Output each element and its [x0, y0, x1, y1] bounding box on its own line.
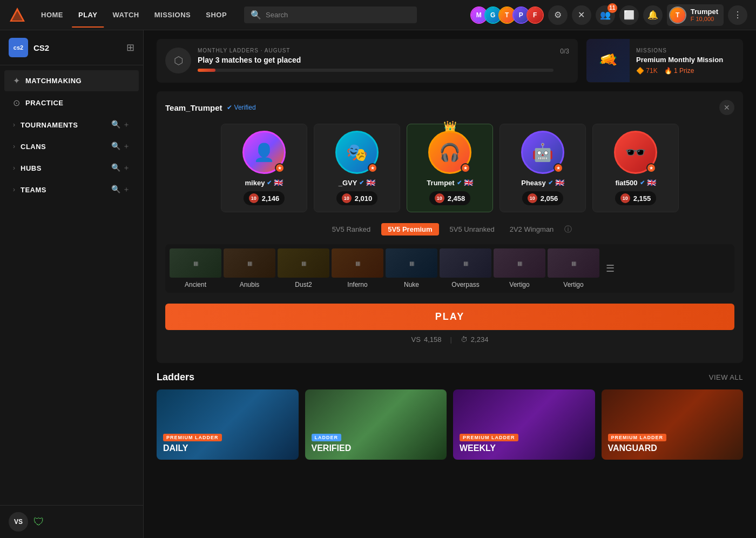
practice-icon: ⊙ — [13, 98, 20, 108]
map-dust2[interactable]: ▦ Dust2 — [278, 248, 329, 288]
mission-title: Premium Monthly Mission — [636, 56, 723, 64]
member-avatar-gvy: 🎭 ★ — [335, 131, 379, 174]
rank-badge-fiat: 10 — [620, 193, 630, 203]
nav-shop[interactable]: SHOP — [199, 8, 233, 22]
play-button[interactable]: PLAY — [165, 304, 734, 330]
map-inferno[interactable]: ▦ Inferno — [332, 248, 383, 288]
logo[interactable] — [9, 6, 26, 24]
nav-home[interactable]: HOME — [35, 8, 70, 22]
mode-5v5-unranked[interactable]: 5V5 Unranked — [446, 223, 499, 236]
main-content: ⬡ MONTHLY LADDERS · AUGUST Play 3 matche… — [144, 30, 756, 538]
clans-add-icon[interactable]: ＋ — [123, 142, 130, 151]
monthly-ladder-card[interactable]: ⬡ MONTHLY LADDERS · AUGUST Play 3 matche… — [157, 39, 578, 83]
nav-play[interactable]: PLAY — [72, 8, 104, 22]
clans-search-icon[interactable]: 🔍 — [111, 142, 120, 151]
teams-chevron: › — [13, 186, 15, 193]
member-card-mikey[interactable]: 👤 ★ mikey ✔ 🇬🇧 10 2,146 — [221, 124, 307, 212]
party-close-button[interactable]: ✕ — [719, 100, 734, 115]
vs-badge[interactable]: VS — [9, 512, 28, 532]
mission-card[interactable]: 🔫 MISSIONS Premium Monthly Mission 🔶 71K… — [586, 39, 743, 83]
member-rank-fiat: 10 2,155 — [615, 191, 657, 205]
close-button[interactable]: ✕ — [572, 5, 591, 25]
rank-points-trumpet: 2,458 — [448, 194, 465, 203]
players-count: ⏱ 2,234 — [461, 335, 489, 344]
banner-row: ⬡ MONTHLY LADDERS · AUGUST Play 3 matche… — [157, 39, 743, 83]
game-selector[interactable]: cs2 CS2 ⊞ — [0, 30, 143, 65]
friends-count: 11 — [608, 3, 617, 13]
member-verified-icon-gvy: ✔ — [359, 179, 364, 186]
verified-title: VERIFIED — [312, 443, 352, 453]
map-list-icon[interactable]: ☰ — [604, 260, 617, 277]
rank-badge-pheasy: 10 — [528, 193, 537, 203]
sidebar-item-clans[interactable]: › CLANS 🔍 ＋ — [4, 136, 139, 157]
mode-5v5-premium[interactable]: 5V5 Premium — [381, 223, 438, 236]
map-thumb-nuke: ▦ — [386, 248, 437, 278]
mode-2v2-wingman[interactable]: 2V2 Wingman — [505, 223, 558, 236]
search-box[interactable]: 🔍 — [244, 6, 417, 23]
ladder-card-daily-content: PREMIUM LADDER DAILY — [157, 425, 228, 460]
ladder-card-weekly-content: PREMIUM LADDER WEEKLY — [453, 425, 525, 460]
party-card: Team_Trumpet ✔ Verified ✕ 👤 ★ — [157, 91, 743, 363]
mode-info-icon[interactable]: ⓘ — [564, 225, 572, 234]
map-thumb-vertigo-1: ▦ — [494, 248, 545, 278]
nav-missions[interactable]: MISSIONS — [148, 8, 198, 22]
sidebar-item-tournaments[interactable]: › TOURNAMENTS 🔍 ＋ — [4, 115, 139, 135]
sidebar-item-hubs[interactable]: › HUBS 🔍 ＋ — [4, 158, 139, 178]
search-input[interactable] — [266, 11, 410, 19]
party-avatar-5: F — [526, 6, 544, 24]
ladder-count: 0/3 — [560, 48, 569, 55]
stream-button[interactable]: ⬜ — [619, 5, 639, 25]
ladder-card-vanguard-content: PREMIUM LADDER VANGUARD — [602, 425, 673, 460]
verified-badge: ✔ Verified — [227, 104, 256, 111]
ladder-card-verified[interactable]: LADDER VERIFIED — [305, 389, 447, 460]
member-card-trumpet[interactable]: 👑 🎧 ★ Trumpet ✔ 🇬🇧 10 2,458 — [407, 124, 493, 212]
member-card-pheasy[interactable]: 🤖 ★ Pheasy ✔ 🇬🇧 10 2,056 — [500, 124, 586, 212]
member-name-fiat: fiat500 ✔ 🇬🇧 — [615, 178, 656, 187]
nav-watch[interactable]: WATCH — [106, 8, 145, 22]
map-label-vertigo-2: Vertigo — [563, 281, 583, 288]
sidebar-item-matchmaking[interactable]: ✦ MATCHMAKING — [4, 70, 139, 91]
hubs-search-icon[interactable]: 🔍 — [111, 163, 120, 173]
map-vertigo-2[interactable]: ▦ Vertigo — [548, 248, 599, 288]
tournaments-add-icon[interactable]: ＋ — [123, 120, 130, 130]
more-menu-button[interactable]: ⋮ — [728, 5, 747, 25]
member-verified-icon-mikey: ✔ — [267, 179, 272, 186]
ladder-progress-fill — [198, 69, 215, 72]
sidebar-bottom: VS 🛡 — [0, 505, 143, 538]
ladders-section-header: Ladders VIEW ALL — [157, 372, 743, 383]
map-label-inferno: Inferno — [347, 281, 367, 288]
map-overpass[interactable]: ▦ Overpass — [440, 248, 491, 288]
teams-search-icon[interactable]: 🔍 — [111, 185, 120, 194]
hubs-add-icon[interactable]: ＋ — [123, 163, 130, 173]
sidebar-item-practice[interactable]: ⊙ PRACTICE — [4, 92, 139, 113]
map-label-vertigo-1: Vertigo — [509, 281, 529, 288]
view-all-button[interactable]: VIEW ALL — [709, 373, 743, 381]
tournaments-search-icon[interactable]: 🔍 — [111, 120, 120, 130]
friends-button[interactable]: 👥 11 — [596, 5, 615, 25]
user-pill[interactable]: T Trumpet F 10,000 — [667, 4, 724, 26]
grid-icon[interactable]: ⊞ — [126, 42, 134, 53]
map-vertigo-1[interactable]: ▦ Vertigo — [494, 248, 545, 288]
member-card-gvy[interactable]: 🎭 ★ _GVY ✔ 🇬🇧 10 2,010 — [314, 124, 400, 212]
member-rank-trumpet: 10 2,458 — [429, 191, 471, 205]
sidebar-item-teams[interactable]: › TEAMS 🔍 ＋ — [4, 179, 139, 200]
map-anubis[interactable]: ▦ Anubis — [224, 248, 275, 288]
clans-label: CLANS — [21, 143, 106, 151]
member-rank-gvy: 10 2,010 — [336, 191, 378, 205]
mode-5v5-ranked[interactable]: 5V5 Ranked — [328, 223, 375, 236]
premium-star-mikey: ★ — [275, 163, 285, 173]
map-ancient[interactable]: ▦ Ancient — [170, 248, 221, 288]
teams-label: TEAMS — [21, 186, 106, 194]
notification-button[interactable]: 🔔 — [643, 5, 663, 25]
verified-badge-label: LADDER — [312, 434, 342, 441]
member-card-fiat[interactable]: 🕶️ ★ fiat500 ✔ 🇬🇧 10 2,155 — [592, 124, 679, 212]
game-badge: cs2 — [9, 38, 28, 57]
settings-button[interactable]: ⚙ — [548, 5, 568, 25]
ladder-card-weekly[interactable]: PREMIUM LADDER WEEKLY — [453, 389, 595, 460]
teams-add-icon[interactable]: ＋ — [123, 185, 130, 194]
ladder-card-daily[interactable]: PREMIUM LADDER DAILY — [157, 389, 299, 460]
map-nuke[interactable]: ▦ Nuke — [386, 248, 437, 288]
practice-label: PRACTICE — [25, 99, 130, 107]
rank-points-fiat: 2,155 — [633, 194, 651, 203]
ladder-card-vanguard[interactable]: PREMIUM LADDER VANGUARD — [602, 389, 744, 460]
